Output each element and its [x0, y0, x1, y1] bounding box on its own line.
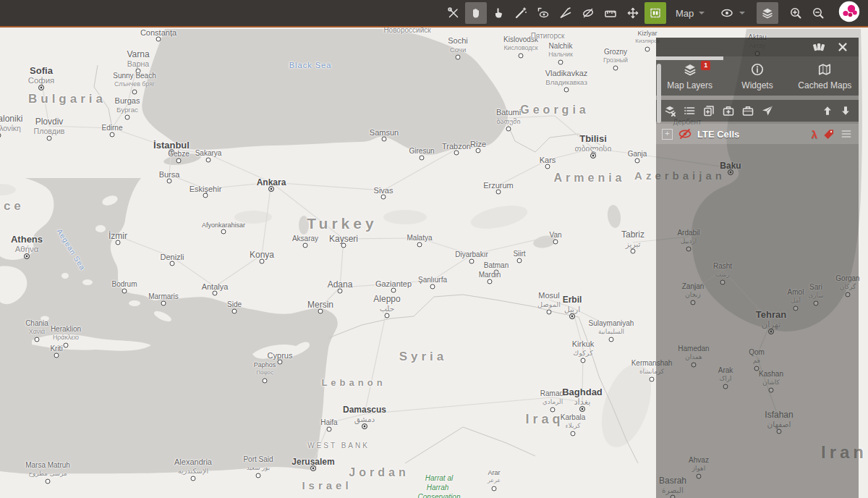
map-label: Kriti	[50, 345, 62, 353]
panel-scrollbar[interactable]	[657, 64, 661, 123]
tag-button[interactable]	[822, 128, 835, 140]
pointer-hand-icon	[492, 7, 505, 20]
map-label: VarnaВарна	[127, 49, 149, 69]
layer-visibility-toggle[interactable]	[678, 127, 692, 141]
map-label: Bodrum	[111, 280, 137, 289]
map-label: Marmaris	[148, 292, 179, 301]
send-layer-button[interactable]	[761, 104, 774, 117]
map-city-marker	[341, 243, 346, 248]
map-city-marker	[454, 151, 459, 156]
map-label: Ararعرعر	[488, 469, 501, 484]
move-down-button[interactable]	[840, 105, 851, 117]
area-of-interest-button[interactable]	[644, 2, 666, 24]
map-label: Damascusدمشق	[343, 405, 386, 424]
measure-button[interactable]	[600, 2, 621, 24]
map-city-marker	[232, 309, 237, 314]
move-up-button[interactable]	[822, 105, 833, 117]
center-map-button[interactable]	[622, 2, 644, 24]
remove-layer-button[interactable]	[663, 104, 676, 117]
add-case-icon	[722, 104, 735, 117]
layers-panel-toggle[interactable]	[757, 2, 778, 24]
map-city-marker	[156, 37, 161, 42]
map-city-marker	[631, 249, 636, 254]
logo-icon	[838, 1, 860, 22]
select-button[interactable]	[488, 2, 509, 24]
line-of-sight-button[interactable]	[555, 2, 576, 24]
map-city-marker	[35, 337, 40, 342]
map-label: Malatya	[407, 234, 432, 242]
map-city-marker	[338, 289, 343, 294]
center-map-icon	[626, 7, 639, 20]
map-city-marker	[519, 54, 524, 59]
layers-icon	[683, 62, 697, 77]
map-label: ThessalonikiΘεσσαλονίκη	[0, 114, 22, 133]
expand-layer-button[interactable]: +	[662, 129, 673, 140]
map-city-marker	[590, 153, 596, 159]
tools-button[interactable]	[443, 2, 464, 24]
tab-cached-maps[interactable]: Cached Maps	[791, 56, 859, 96]
pan-button[interactable]	[465, 2, 487, 24]
map-label: Bulgaria	[28, 92, 106, 106]
layer-list-button[interactable]	[683, 104, 696, 117]
map-menu[interactable]: Map	[676, 8, 705, 19]
layer-row-lte-cells[interactable]: + LTE Cells λ	[656, 124, 859, 144]
add-copy-button[interactable]	[702, 104, 715, 117]
map-label: Tabrizتبریز	[621, 229, 644, 249]
map-label: VladikavkazВладикавказ	[545, 69, 588, 86]
map-city-marker	[318, 309, 323, 314]
map-city-marker	[550, 408, 556, 413]
layer-list-icon	[683, 104, 696, 117]
visibility-area-button[interactable]	[532, 2, 554, 24]
map-city-marker	[385, 313, 390, 318]
cached-maps-icon	[817, 62, 832, 77]
briefcase-button[interactable]	[741, 104, 754, 117]
map-label: Batumiბათუმი	[496, 108, 521, 125]
map-label: Israel	[302, 479, 352, 492]
tab-label: Cached Maps	[798, 80, 851, 90]
map-city-marker	[382, 137, 387, 142]
lambda-button[interactable]: λ	[812, 128, 817, 140]
app-logo[interactable]	[838, 1, 860, 25]
map-city-marker	[303, 243, 308, 248]
ellipse-button[interactable]	[577, 2, 599, 24]
tab-map-layers[interactable]: Map Layers 1	[656, 56, 723, 96]
map-label: Jordan	[349, 466, 409, 480]
panel-header	[656, 38, 859, 56]
map-label: SochiСочи	[448, 36, 468, 54]
map-city-marker	[327, 427, 332, 432]
map-city-marker	[122, 289, 127, 294]
map-city-marker	[571, 431, 576, 436]
add-case-button[interactable]	[722, 104, 735, 117]
map-label: Batman	[484, 261, 509, 270]
zoom-in-button[interactable]	[785, 2, 807, 24]
map-label: Conservation	[418, 493, 461, 498]
close-panel-button[interactable]	[837, 41, 848, 53]
map-city-marker	[132, 90, 137, 95]
layer-name: LTE Cells	[697, 129, 807, 140]
map-label: Şanlıurfa	[418, 276, 447, 284]
map-city-marker	[38, 85, 44, 90]
map-city-marker	[362, 423, 367, 429]
layer-menu-button[interactable]	[840, 127, 853, 140]
map-label: Marsa Matruhمرسى مطروح	[25, 461, 70, 477]
map-city-marker	[110, 132, 115, 138]
map-label: Diyarbakır	[455, 250, 488, 259]
map-label: Armenia	[553, 172, 625, 185]
map-city-marker	[161, 301, 166, 306]
pan-hand-icon	[469, 7, 482, 20]
swatches-button[interactable]	[812, 41, 825, 54]
map-label: WEST BANK	[307, 442, 370, 450]
layers-icon	[761, 7, 774, 20]
map-city-marker	[569, 313, 575, 319]
briefcase-icon	[741, 104, 754, 117]
visibility-area-icon	[537, 7, 550, 20]
map-label: BurgasБургас	[115, 96, 140, 114]
tab-label: Map Layers	[667, 80, 712, 90]
map-city-marker	[176, 159, 182, 164]
tab-label: Widgets	[741, 80, 773, 90]
view-visibility-menu[interactable]	[719, 7, 745, 20]
tab-widgets[interactable]: Widgets	[723, 56, 791, 96]
map-city-marker	[496, 190, 501, 195]
zoom-out-button[interactable]	[807, 2, 829, 24]
magic-wand-button[interactable]	[510, 2, 532, 24]
